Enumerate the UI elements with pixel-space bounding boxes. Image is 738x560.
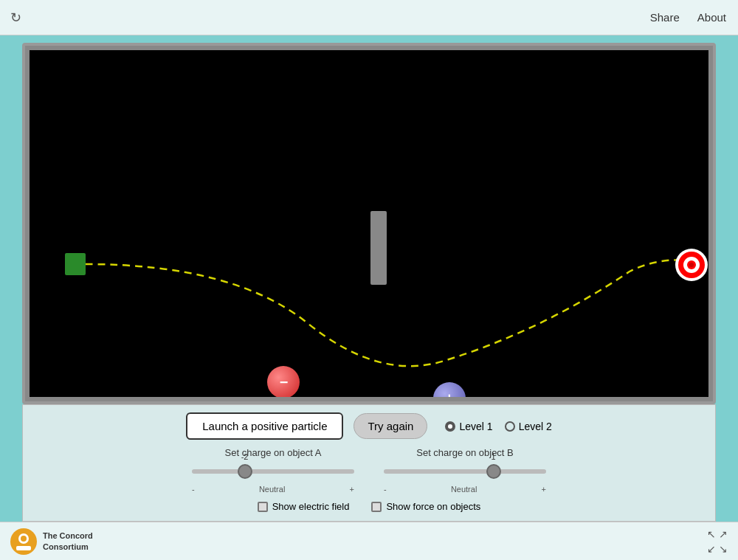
slider-a-labels: - Neutral +	[192, 485, 354, 494]
show-force-checkbox[interactable]: Show force on objects	[371, 501, 480, 512]
slider-b-plus: +	[542, 485, 546, 494]
slider-a-group: Set charge on object A -2 - Neutral +	[192, 447, 354, 494]
slider-b-minus: -	[384, 485, 387, 494]
logo-circle	[10, 528, 37, 555]
main-container: − Object A + Object B Launch a positive …	[0, 35, 738, 560]
slider-b-group: Set charge on object B 1 - Neutral +	[384, 447, 546, 494]
launcher	[65, 253, 86, 275]
expand-icons: ↖ ↗ ↙ ↘	[707, 528, 728, 555]
svg-point-4	[689, 263, 694, 267]
slider-a-thumb[interactable]: -2	[238, 464, 252, 479]
slider-a-minus: -	[192, 485, 195, 494]
share-link[interactable]: Share	[650, 11, 680, 24]
electric-field-box	[258, 502, 268, 512]
expand-bottomright-icon[interactable]: ↘	[719, 543, 728, 555]
logo-text-line2: Consortium	[43, 542, 93, 552]
svg-point-7	[21, 536, 27, 542]
level1-radio-inner	[448, 424, 452, 429]
object-b[interactable]: + Object B	[430, 382, 469, 397]
expand-bottomleft-icon[interactable]: ↙	[707, 543, 716, 555]
expand-row2: ↙ ↘	[707, 543, 728, 555]
object-b-sign: +	[445, 391, 454, 397]
bottom-bar: The Concord Consortium ↖ ↗ ↙ ↘	[0, 522, 738, 560]
slider-a-title: Set charge on object A	[225, 447, 322, 458]
object-a-ball[interactable]: −	[267, 366, 300, 397]
sim-canvas[interactable]: − Object A + Object B	[30, 50, 708, 397]
level2-radio-dot	[505, 421, 515, 432]
force-box	[371, 502, 382, 512]
object-a-sign: −	[280, 375, 289, 390]
slider-b-neutral: Neutral	[451, 485, 477, 494]
controls-row1: Launch a positive particle Try again Lev…	[35, 412, 703, 440]
refresh-icon[interactable]: ↻	[10, 10, 21, 26]
controls-row3: Show electric field Show force on object…	[35, 501, 703, 512]
level1-radio[interactable]: Level 1	[445, 421, 492, 432]
slider-a-value: -2	[241, 452, 249, 461]
top-bar: ↻ Share About	[0, 0, 738, 35]
target	[675, 248, 708, 282]
object-b-ball[interactable]: +	[433, 382, 466, 397]
level1-label: Level 1	[459, 421, 492, 432]
slider-a-plus: +	[350, 485, 354, 494]
expand-topright-icon[interactable]: ↗	[719, 528, 728, 540]
try-again-button[interactable]: Try again	[354, 413, 427, 439]
logo-text-line1: The Concord	[43, 530, 93, 541]
logo-text: The Concord Consortium	[43, 530, 93, 552]
slider-b-title: Set charge on object B	[416, 447, 514, 458]
slider-b-value: 1	[492, 452, 496, 461]
slider-b-labels: - Neutral +	[384, 485, 546, 494]
object-a[interactable]: − Object A	[264, 366, 303, 397]
level2-label: Level 2	[519, 421, 552, 432]
controls-panel: Launch a positive particle Try again Lev…	[22, 404, 716, 522]
launch-button[interactable]: Launch a positive particle	[186, 412, 343, 440]
slider-b-thumb[interactable]: 1	[486, 464, 501, 479]
slider-a-track-container[interactable]: -2	[192, 461, 354, 482]
slider-b-track-container[interactable]: 1	[384, 461, 546, 482]
about-link[interactable]: About	[697, 11, 726, 24]
controls-row2: Set charge on object A -2 - Neutral +	[35, 447, 703, 494]
level1-radio-dot	[445, 421, 455, 432]
sim-frame: − Object A + Object B	[22, 43, 716, 404]
show-electric-field-checkbox[interactable]: Show electric field	[258, 501, 350, 512]
barrier	[370, 211, 387, 285]
level-group: Level 1 Level 2	[445, 421, 551, 432]
top-bar-links: Share About	[650, 11, 726, 24]
slider-b-track: 1	[384, 469, 546, 474]
expand-row1: ↖ ↗	[707, 528, 728, 540]
expand-topleft-icon[interactable]: ↖	[707, 528, 716, 540]
show-force-label: Show force on objects	[386, 501, 480, 512]
slider-a-neutral: Neutral	[259, 485, 285, 494]
show-electric-field-label: Show electric field	[272, 501, 350, 512]
level2-radio[interactable]: Level 2	[505, 421, 552, 432]
slider-a-track: -2	[192, 469, 354, 474]
trajectory-svg	[30, 50, 708, 397]
svg-rect-8	[16, 546, 31, 550]
logo-area: The Concord Consortium	[10, 528, 93, 555]
